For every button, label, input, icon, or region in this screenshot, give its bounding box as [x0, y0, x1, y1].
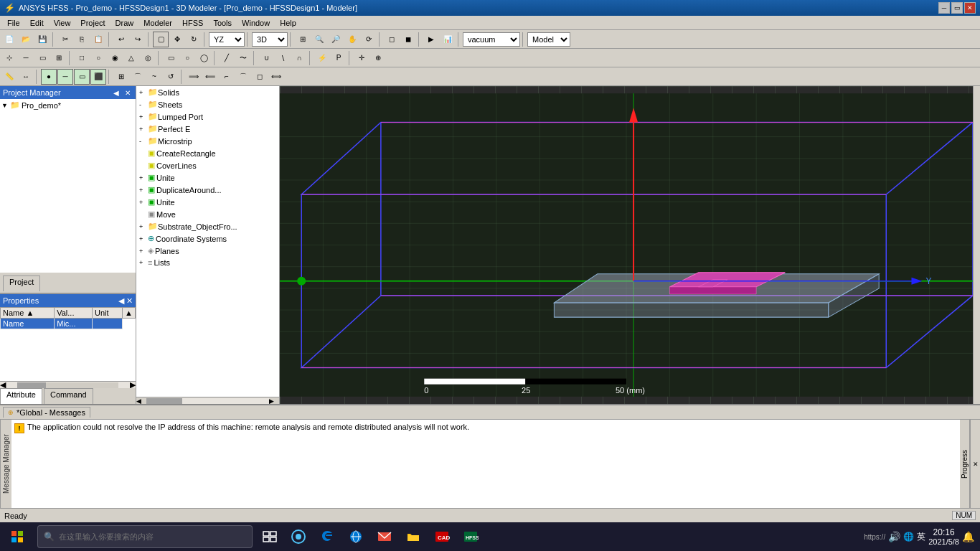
tb-sweep[interactable]: ⟹: [186, 69, 202, 85]
toggle-solids[interactable]: +: [139, 89, 148, 96]
props-col-value[interactable]: Val...: [55, 308, 93, 319]
close-button[interactable]: ✕: [964, 2, 976, 14]
taskbar-cortana[interactable]: [286, 524, 311, 550]
taskbar-app3[interactable]: [343, 524, 369, 550]
tree-lists[interactable]: + ≡ Lists: [136, 257, 279, 268]
taskbar-edge[interactable]: [314, 524, 340, 550]
tb-cs[interactable]: ✛: [354, 50, 369, 66]
tb-boolean-unite[interactable]: ∪: [258, 50, 274, 66]
tree-planes[interactable]: + ◈ Planes: [136, 245, 279, 257]
toggle-sheets[interactable]: -: [139, 101, 148, 108]
tb-paste[interactable]: 📋: [90, 32, 106, 47]
tb-boolean-subtract[interactable]: ∖: [275, 50, 291, 66]
pm-close-btn[interactable]: ✕: [123, 88, 133, 98]
tb-circle2d[interactable]: ○: [179, 50, 195, 66]
tb-snap-grid[interactable]: ⊞: [51, 50, 67, 66]
toggle-planes[interactable]: +: [139, 248, 148, 255]
tree-substrate[interactable]: + 📁 Substrate_ObjectFro...: [136, 220, 279, 232]
tb-cone[interactable]: △: [123, 50, 139, 66]
minimize-button[interactable]: ─: [938, 2, 950, 14]
tree-cover-lines[interactable]: ▣ CoverLines: [136, 159, 279, 171]
menu-tools[interactable]: Tools: [209, 17, 236, 29]
tb-zoom-out[interactable]: 🔎: [328, 32, 344, 47]
tb-loft[interactable]: ⟸: [202, 69, 218, 85]
tree-unite-1[interactable]: + ▣ Unite: [136, 171, 279, 184]
tb-sel-vertex[interactable]: ●: [41, 69, 57, 85]
tb-chamfer[interactable]: ⌐: [219, 69, 235, 85]
tb-box[interactable]: □: [74, 50, 90, 66]
dim-dropdown[interactable]: 3D2D: [252, 32, 288, 47]
taskbar-app-last[interactable]: HFSS: [458, 524, 484, 550]
taskbar-mail[interactable]: [372, 524, 397, 550]
props-col-name[interactable]: Name ▲: [1, 308, 55, 319]
tb-grid-snap[interactable]: ⊞: [113, 69, 129, 85]
toggle-microstrip[interactable]: -: [139, 138, 148, 145]
tree-perfect-e[interactable]: + 📁 Perfect E: [136, 123, 279, 135]
tb-assign-perfect-e[interactable]: P: [331, 50, 347, 66]
toggle-dup-around[interactable]: +: [139, 187, 148, 194]
tb-spline[interactable]: 〜: [235, 50, 251, 66]
tb-select[interactable]: ▢: [153, 32, 169, 47]
tb-ellipse[interactable]: ◯: [196, 50, 212, 66]
tree-solids[interactable]: + 📁 Solids: [136, 86, 279, 98]
tab-attribute[interactable]: Attribute: [0, 388, 42, 404]
tb-solid[interactable]: ◼: [400, 32, 416, 47]
tb-wireframe[interactable]: ◻: [384, 32, 400, 47]
tb-measure[interactable]: 📏: [1, 69, 17, 85]
menu-help[interactable]: Help: [275, 17, 301, 29]
tb-snap-vertex[interactable]: ⊹: [1, 50, 17, 66]
search-input[interactable]: [59, 532, 246, 541]
taskbar-network-icon[interactable]: 🌐: [903, 532, 914, 542]
tb-sphere[interactable]: ◉: [107, 50, 123, 66]
model-dropdown[interactable]: Model: [527, 32, 570, 47]
scroll-thumb[interactable]: [17, 382, 46, 388]
tb-sel-body[interactable]: ⬛: [90, 69, 106, 85]
toggle-lists[interactable]: +: [139, 259, 148, 266]
props-row-name[interactable]: Name Mic...: [1, 319, 136, 329]
tb-sel-edge[interactable]: ─: [57, 69, 73, 85]
tree-scroll-left[interactable]: ◀: [136, 397, 146, 405]
tree-item-pro-demo[interactable]: ▼ 📁 Pro_demo*: [0, 99, 136, 111]
pm-toggle-pro-demo[interactable]: ▼: [1, 102, 10, 109]
tb-fillet[interactable]: ⌒: [235, 69, 251, 85]
menu-edit[interactable]: Edit: [26, 17, 48, 29]
tb-mirror[interactable]: ⟺: [268, 69, 284, 85]
props-col-unit[interactable]: Unit: [92, 308, 122, 319]
view-plane-dropdown[interactable]: YZXYXZ: [209, 32, 245, 47]
menu-project[interactable]: Project: [76, 17, 109, 29]
tb-reset[interactable]: ↺: [163, 69, 179, 85]
menu-modeler[interactable]: Modeler: [139, 17, 176, 29]
start-button[interactable]: [0, 522, 34, 551]
pm-expand-btn[interactable]: ◀: [111, 88, 121, 98]
toggle-unite-2[interactable]: +: [139, 199, 148, 206]
tb-assign-lumped[interactable]: ⚡: [314, 50, 330, 66]
menu-hfss[interactable]: HFSS: [178, 17, 207, 29]
tree-lumped-port[interactable]: + 📁 Lumped Port: [136, 110, 279, 123]
menu-draw[interactable]: Draw: [111, 17, 138, 29]
tb-line[interactable]: ╱: [219, 50, 235, 66]
tb-cylinder[interactable]: ○: [90, 50, 106, 66]
tb-pan[interactable]: ✋: [344, 32, 360, 47]
tb-rotate3d[interactable]: ⟳: [361, 32, 377, 47]
tb-rotate[interactable]: ↻: [186, 32, 202, 47]
tab-command[interactable]: Command: [44, 388, 93, 404]
tree-duplicate-around[interactable]: + ▣ DuplicateAround...: [136, 184, 279, 196]
props-expand-btn[interactable]: ◀: [118, 296, 124, 305]
menu-window[interactable]: Window: [237, 17, 274, 29]
tb-snap-face[interactable]: ▭: [34, 50, 50, 66]
tb-redo[interactable]: ↪: [130, 32, 146, 47]
taskbar-folder[interactable]: [400, 524, 426, 550]
tb-snap-edge[interactable]: ─: [18, 50, 34, 66]
toggle-coord-sys[interactable]: +: [139, 235, 148, 242]
toggle-substrate[interactable]: +: [139, 223, 148, 230]
tb-results[interactable]: 📊: [440, 32, 456, 47]
task-view-btn[interactable]: [257, 524, 283, 550]
tree-sheets[interactable]: - 📁 Sheets: [136, 98, 279, 110]
tb-boolean-intersect[interactable]: ∩: [291, 50, 307, 66]
tree-microstrip[interactable]: - 📁 Microstrip: [136, 135, 279, 147]
tb-cut[interactable]: ✂: [57, 32, 73, 47]
toggle-lumped-port[interactable]: +: [139, 113, 148, 121]
tree-coord-sys[interactable]: + ⊕ Coordinate Systems: [136, 232, 279, 245]
tb-analyze[interactable]: ▶: [423, 32, 439, 47]
tb-curve[interactable]: ~: [146, 69, 162, 85]
